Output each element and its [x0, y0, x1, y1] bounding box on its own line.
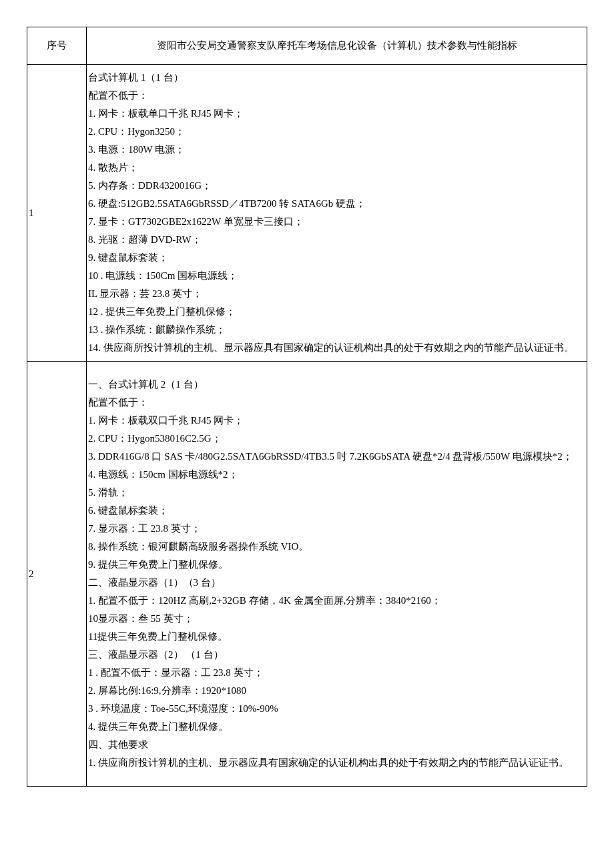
spec-line: 台式计算机 1（1 台） [88, 69, 584, 87]
spec-line: 8. 操作系统：银河麒麟高级服务器操作系统 VIO。 [88, 538, 584, 556]
row-content: 一、台式计算机 2（1 台）配置不低于：1. 网卡：板载双口千兆 RJ45 网卡… [87, 362, 587, 787]
spec-line: 2. CPU：Hygon3250； [88, 123, 584, 141]
spec-table: 序号 资阳市公安局交通警察支队摩托车考场信息化设备（计算机）技术参数与性能指标 … [27, 27, 587, 787]
spec-line: 二、液晶显示器（1）（3 台） [88, 574, 584, 592]
spec-line: 配置不低于： [88, 394, 584, 412]
spec-line: 1. 配置不低于：120HZ 高刷,2+32GB 存储，4K 金属全面屏,分辨率… [88, 592, 584, 610]
spec-line: 8. 光驱：超薄 DVD-RW； [88, 231, 584, 249]
spec-line: 6. 键盘鼠标套装； [88, 502, 584, 520]
header-title: 资阳市公安局交通警察支队摩托车考场信息化设备（计算机）技术参数与性能指标 [87, 27, 587, 65]
spec-line: 三、液晶显示器（2） （1 台） [88, 646, 584, 664]
row-serial: 1 [27, 65, 87, 362]
spec-line: 12 . 提供三年免费上门整机保修； [88, 303, 584, 321]
spec-line: 4. 散热片； [88, 159, 584, 177]
spec-line: 配置不低于： [88, 87, 584, 105]
spec-line: 3 . 环境温度：Toe-55C,环境湿度：10%-90% [88, 700, 584, 718]
spec-line: 一、台式计算机 2（1 台） [88, 376, 584, 394]
spec-line: 3. DDR416G/8 口 SAS 卡/480G2.5SΛTΛ6GbRSSD/… [88, 448, 584, 466]
spec-line: 13 . 操作系统：麒麟操作系统； [88, 321, 584, 339]
header-row: 序号 资阳市公安局交通警察支队摩托车考场信息化设备（计算机）技术参数与性能指标 [27, 27, 587, 65]
header-serial: 序号 [27, 27, 87, 65]
spec-line: 4. 提供三年免费上门整机保修。 [88, 718, 584, 736]
table-row: 1 台式计算机 1（1 台）配置不低于：1. 网卡：板载单口千兆 RJ45 网卡… [27, 65, 587, 362]
spec-line: 7. 显卡：GT7302GBE2x1622W 单宽显卡三接口； [88, 213, 584, 231]
spec-line: 9. 提供三年免费上门整机保修。 [88, 556, 584, 574]
spec-line: 1. 网卡：板载单口千兆 RJ45 网卡； [88, 105, 584, 123]
spec-line: IL 显示器：芸 23.8 英寸； [88, 285, 584, 303]
spec-line: 10显示器：叁 55 英寸； [88, 610, 584, 628]
spec-line: 四、其他要求 [88, 736, 584, 754]
spec-line: 1 . 配置不低于：显示器：工 23.8 英寸； [88, 664, 584, 682]
spec-line: 1. 供应商所投计算机的主机、显示器应具有国家确定的认证机构出具的处于有效期之内… [88, 754, 584, 772]
spec-line: 6. 硬盘:512GB2.5SATA6GbRSSD／4TB7200 转 SATA… [88, 195, 584, 213]
spec-line: 11提供三年免费上门整机保修。 [88, 628, 584, 646]
spec-line: 2. 屏幕比例:16:9,分辨率：1920*1080 [88, 682, 584, 700]
spec-line: 14. 供应商所投计算机的主机、显示器应具有国家确定的认证机构出具的处于有效期之… [88, 339, 584, 357]
row-content: 台式计算机 1（1 台）配置不低于：1. 网卡：板载单口千兆 RJ45 网卡；2… [87, 65, 587, 362]
spec-line: 5. 滑轨； [88, 484, 584, 502]
row-serial: 2 [27, 362, 87, 787]
spec-line: 1. 网卡：板载双口千兆 RJ45 网卡； [88, 412, 584, 430]
spec-line: 9. 键盘鼠标套装； [88, 249, 584, 267]
table-row: 2 一、台式计算机 2（1 台）配置不低于：1. 网卡：板载双口千兆 RJ45 … [27, 362, 587, 787]
spec-line: 10 . 电源线：150Cm 国标电源线； [88, 267, 584, 285]
spec-line: 3. 电源：180W 电源； [88, 141, 584, 159]
spec-line: 5. 内存条：DDR4320016G； [88, 177, 584, 195]
spec-line: 7. 显示器：工 23.8 英寸； [88, 520, 584, 538]
spec-line: 4. 电源线：150cm 国标电源线*2； [88, 466, 584, 484]
spec-line: 2. CPU：Hygon538016C2.5G； [88, 430, 584, 448]
